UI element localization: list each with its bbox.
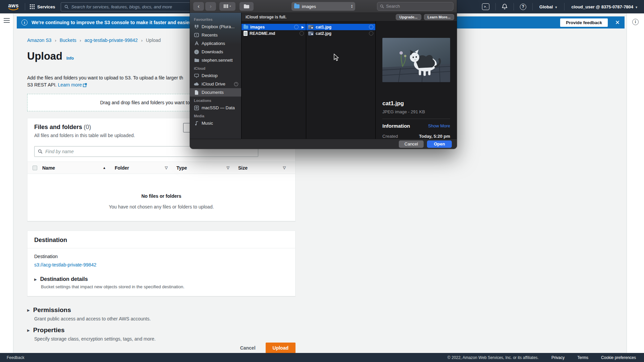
drive-icon [194,106,199,110]
page-title: Upload [27,50,62,62]
column-view-button[interactable]: ▾ [219,2,235,11]
close-icon[interactable]: ✕ [615,19,620,26]
sidebar-section-favourites: Favourites [190,15,241,22]
info-panel-icon[interactable]: i [632,19,639,25]
right-panel-strip: i [627,13,644,353]
notifications-button[interactable] [496,4,513,10]
file-row-cat1[interactable]: cat1.jpg [306,24,375,30]
dialog-search-field[interactable] [377,2,453,11]
dialog-cancel-button[interactable]: Cancel [399,140,424,148]
aws-smile-icon [8,8,18,10]
learn-more-link[interactable]: Learn more [58,82,87,87]
file-row-readme[interactable]: README.md [241,30,306,37]
upgrade-button[interactable]: Upgrade... [396,14,421,20]
select-all-checkbox[interactable] [33,166,37,170]
sidebar-item-dropbox[interactable]: Dropbox (Plura... [190,22,241,31]
breadcrumb-amazon-s3[interactable]: Amazon S3 [27,38,51,43]
sidebar-item-macssd[interactable]: macSSD — Data [190,104,241,112]
folder-icon [294,4,300,8]
created-label: Created [382,134,398,139]
copyright-text: © 2022, Amazon Web Services, Inc. or its… [447,355,539,360]
sort-icon[interactable]: ▽ [227,166,229,170]
chevron-right-icon: ▶ [302,25,304,29]
destination-details-description: Bucket settings that impact new objects … [41,284,288,289]
account-menu[interactable]: cloud_user @ 8375-0787-7804▼ [565,4,644,9]
destination-label: Destination [34,254,288,259]
upload-button[interactable]: Upload [266,343,296,353]
location-popup[interactable]: images ▴▾ [291,2,355,11]
account-label: cloud_user @ 8375-0787-7804 [571,4,633,9]
provide-feedback-button[interactable]: Provide feedback [560,18,608,27]
music-icon [194,121,199,125]
preview-pane: cat1.jpg JPEG image - 291 KB Information… [376,21,457,139]
empty-state-title: No files or folders [28,193,295,199]
dialog-toolbar: ‹ › ▾ images ▴▾ [190,0,457,13]
sidebar-item-recents[interactable]: Recents [190,31,241,39]
dialog-sidebar: Favourites Dropbox (Plura... Recents App… [190,13,241,139]
sidebar-item-label: macSSD — Data [202,105,235,110]
permissions-expander[interactable]: ▶ Permissions [27,306,151,314]
dialog-open-button[interactable]: Open [427,140,452,148]
file-row-images[interactable]: images ▶ [241,24,306,30]
sidebar-item-user-folder[interactable]: stephen.sennett [190,56,241,64]
cloudshell-button[interactable]: >_ [477,3,495,10]
popup-chevrons-icon: ▴▾ [351,4,353,8]
file-column-2: cat1.jpg cat2.jpg [306,21,376,139]
sidebar-item-downloads[interactable]: ↓ Downloads [190,48,241,56]
hamburger-menu-icon[interactable] [4,18,10,23]
sort-icon[interactable]: ▽ [165,166,168,170]
sidebar-section-media: Media [190,112,241,119]
region-selector[interactable]: Global▼ [533,4,564,9]
sidebar-item-label: Dropbox (Plura... [202,24,234,29]
help-button[interactable]: ? [515,4,532,10]
banner-message: We're continuing to improve the S3 conso… [32,20,204,25]
new-folder-button[interactable] [239,2,254,11]
learn-more-button[interactable]: Learn More... [424,14,454,20]
back-button[interactable]: ‹ [193,2,204,11]
sort-ascending-icon[interactable]: ▲ [103,166,106,170]
feedback-link[interactable]: Feedback [7,355,24,360]
region-label: Global [539,4,553,9]
preview-image-cat-photo [382,38,450,82]
sidebar-item-label: Music [202,121,213,126]
sidebar-section-locations: Locations [190,97,241,104]
preview-filename: cat1.jpg [382,100,450,107]
sort-icon[interactable]: ▽ [283,166,286,170]
find-by-name-input[interactable] [45,149,233,154]
icloud-storage-banner: iCloud storage is full. Upgrade... Learn… [241,13,457,21]
file-row-cat2[interactable]: cat2.jpg [306,30,375,37]
aws-logo[interactable]: aws [7,3,20,10]
permissions-section: ▶ Permissions Grant public access and ac… [27,306,151,321]
sidebar-item-desktop[interactable]: Desktop [190,71,241,80]
sidebar-item-documents[interactable]: Documents [190,88,241,97]
empty-state-description: You have not chosen any files or folders… [28,204,295,209]
bell-icon [502,4,507,10]
macos-open-dialog: ‹ › ▾ images ▴▾ Favourites Dropbox (Plur… [190,0,457,149]
show-more-link[interactable]: Show More [428,123,450,128]
icloud-status-icon [294,25,299,29]
breadcrumb-bucket-name[interactable]: acg-testlab-private-99842 [85,38,138,43]
column-header-size: Size [238,165,248,171]
properties-expander[interactable]: ▶ Properties [27,326,156,334]
dialog-search-input[interactable] [386,4,446,9]
caret-right-icon: ▶ [27,308,30,312]
sidebar-item-label: Desktop [202,73,218,78]
cookie-preferences-link[interactable]: Cookie preferences [601,355,636,360]
intro-line-2: S3 REST API. [27,82,57,87]
sidebar-item-applications[interactable]: Applications [190,39,241,48]
forward-button[interactable]: › [205,2,216,11]
permissions-title: Permissions [33,306,71,314]
privacy-link[interactable]: Privacy [551,355,565,360]
destination-bucket-link[interactable]: s3://acg-testlab-private-99842 [34,262,288,267]
left-panel-strip [0,13,13,353]
info-link[interactable]: Info [66,56,74,61]
sidebar-item-icloud-drive[interactable]: iCloud Drive [190,80,241,88]
services-menu-button[interactable]: Services [30,4,55,9]
sidebar-item-label: iCloud Drive [202,81,225,86]
cancel-button[interactable]: Cancel [240,345,256,351]
sidebar-item-music[interactable]: Music [190,119,241,127]
breadcrumb-buckets[interactable]: Buckets [60,38,76,43]
sidebar-item-label: Downloads [202,49,223,54]
destination-details-expander[interactable]: ▶ Destination details [34,276,288,282]
terms-link[interactable]: Terms [577,355,588,360]
